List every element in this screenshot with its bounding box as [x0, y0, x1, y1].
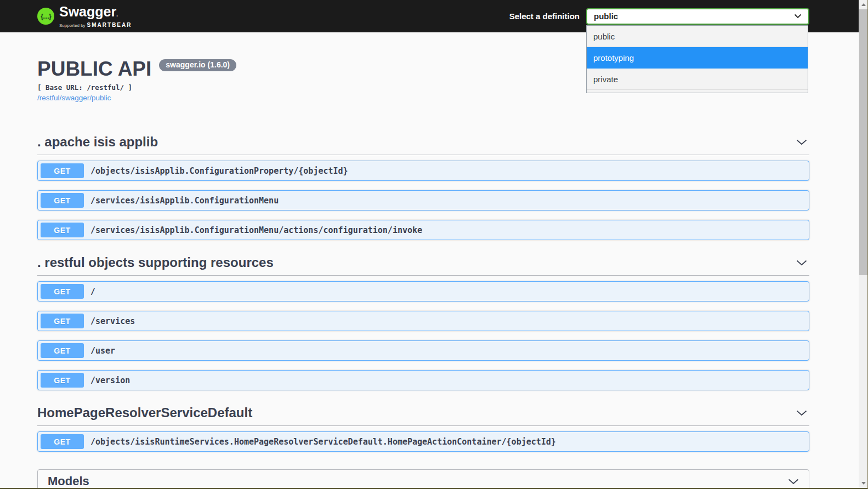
operation-path: /services/isisApplib.ConfigurationMenu: [90, 196, 279, 206]
page-title: PUBLIC API: [37, 58, 151, 81]
logo-wordmark: Swagger.: [59, 5, 132, 21]
tag-section-title: . apache isis applib: [37, 134, 158, 150]
operation-row[interactable]: GET/objects/isisRuntimeServices.HomePage…: [37, 431, 809, 452]
triangle-down-icon: [861, 482, 866, 485]
logo-text-column: Swagger. Supported bySMARTBEAR: [59, 5, 132, 28]
method-badge: GET: [41, 343, 84, 358]
chevron-down-icon: [796, 410, 807, 416]
logo-trademark: .: [116, 12, 118, 18]
operation-path: /services: [90, 316, 135, 326]
vertical-scrollbar[interactable]: [859, 0, 868, 489]
tag-section-header[interactable]: HomePageResolverServiceDefault: [37, 400, 809, 426]
dropdown-option-private[interactable]: private: [587, 69, 808, 90]
operation-path: /user: [90, 346, 115, 356]
dropdown-option-prototyping[interactable]: prototyping: [587, 47, 808, 69]
operation-row[interactable]: GET/: [37, 281, 809, 302]
method-badge: GET: [41, 373, 84, 388]
tag-section: . restful objects supporting resourcesGE…: [37, 249, 809, 390]
models-section: Models: [37, 469, 809, 489]
tagline-brand: SMARTBEAR: [87, 22, 132, 28]
operation-row[interactable]: GET/version: [37, 370, 809, 390]
operation-path: /version: [90, 376, 130, 385]
method-badge: GET: [41, 223, 84, 237]
definition-select-value: public: [594, 12, 618, 21]
swagger-logo-icon: {…}: [37, 8, 54, 25]
tag-section-title: . restful objects supporting resources: [37, 255, 274, 270]
spec-link[interactable]: /restful/swagger/public: [37, 94, 111, 102]
operation-path: /: [90, 287, 95, 297]
chevron-down-icon: [794, 14, 802, 19]
method-badge: GET: [41, 163, 84, 178]
tag-section-title: HomePageResolverServiceDefault: [37, 405, 252, 420]
definition-dropdown-menu: publicprototypingprivate: [586, 25, 808, 93]
chevron-down-icon: [796, 260, 807, 266]
scrollbar-down-button[interactable]: [859, 479, 868, 488]
main-content: PUBLIC API swagger.io (1.6.0) [ Base URL…: [37, 32, 809, 489]
scrollbar-thumb[interactable]: [859, 9, 867, 275]
method-badge: GET: [41, 193, 84, 208]
swagger-logo: {…} Swagger. Supported bySMARTBEAR: [37, 5, 132, 28]
scrollbar-up-button[interactable]: [859, 0, 868, 9]
logo-name: Swagger: [59, 4, 116, 19]
chevron-down-icon: [796, 139, 807, 145]
operation-path: /objects/isisRuntimeServices.HomePageRes…: [90, 437, 556, 447]
topbar-inner: {…} Swagger. Supported bySMARTBEAR Selec…: [37, 5, 809, 28]
chevron-down-icon: [788, 479, 799, 485]
triangle-up-icon: [861, 3, 866, 6]
operation-path: /objects/isisApplib.ConfigurationPropert…: [90, 166, 348, 176]
definition-select-area: Select a definition public: [509, 8, 809, 25]
tag-section-header[interactable]: . restful objects supporting resources: [37, 249, 809, 276]
operation-row[interactable]: GET/services/isisApplib.ConfigurationMen…: [37, 190, 809, 211]
models-title: Models: [48, 474, 89, 488]
models-header[interactable]: Models: [38, 470, 809, 488]
tag-section: HomePageResolverServiceDefaultGET/object…: [37, 400, 809, 452]
operation-row[interactable]: GET/services: [37, 311, 809, 331]
definition-select[interactable]: public: [586, 8, 809, 25]
dropdown-option-public[interactable]: public: [587, 26, 808, 47]
tag-section-header[interactable]: . apache isis applib: [37, 129, 809, 155]
tag-section: . apache isis applibGET/objects/isisAppl…: [37, 129, 809, 240]
version-badge: swagger.io (1.6.0): [159, 59, 236, 71]
operation-row[interactable]: GET/services/isisApplib.ConfigurationMen…: [37, 220, 809, 240]
operations-list: GET/GET/servicesGET/userGET/version: [37, 281, 809, 390]
method-badge: GET: [41, 434, 84, 449]
operations-list: GET/objects/isisRuntimeServices.HomePage…: [37, 431, 809, 452]
operation-row[interactable]: GET/user: [37, 340, 809, 361]
logo-tagline: Supported bySMARTBEAR: [59, 22, 132, 28]
method-badge: GET: [41, 314, 84, 328]
tagline-prefix: Supported by: [59, 23, 86, 28]
operation-path: /services/isisApplib.ConfigurationMenu/a…: [90, 225, 422, 235]
tag-sections: . apache isis applibGET/objects/isisAppl…: [37, 129, 809, 452]
operations-list: GET/objects/isisApplib.ConfigurationProp…: [37, 161, 809, 240]
operation-row[interactable]: GET/objects/isisApplib.ConfigurationProp…: [37, 161, 809, 181]
definition-select-label: Select a definition: [509, 12, 580, 21]
method-badge: GET: [41, 284, 84, 299]
